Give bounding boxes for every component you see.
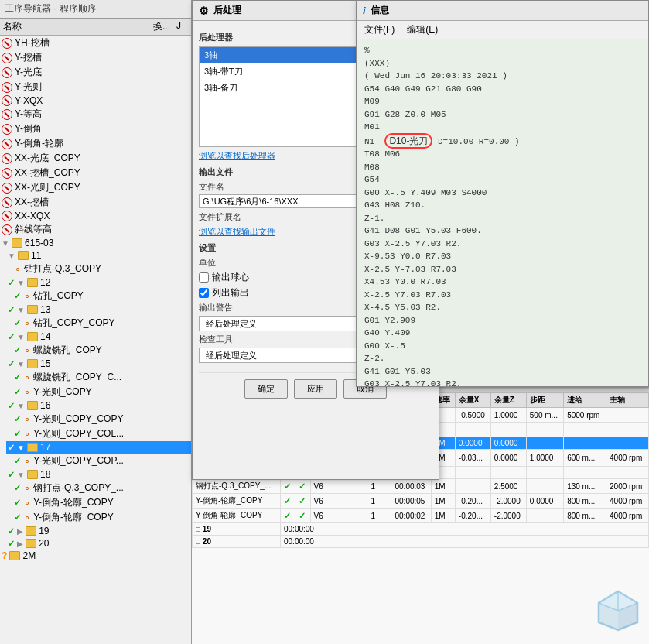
tree-item-zuankong-copy2[interactable]: ✓ ⚬ 钻孔_COPY_COPY [12,316,191,331]
tree-item-13[interactable]: ✓ ▼ 13 [6,303,191,316]
checkbox-list[interactable] [199,288,209,298]
col-name-header: 名称 [3,20,153,33]
tree-item-y-daojiao-lun-copy[interactable]: ✓ ⚬ Y-倒角-轮廓_COPY_ [12,510,191,525]
table-row-19[interactable]: □ 19 00:00:00 [193,523,649,536]
cell-feed: 600 m... [564,450,606,467]
tree-item-17[interactable]: ✓ ▼ 17 [6,441,191,454]
tree-item-xiejie-dengao[interactable]: 斜线等高 [0,222,191,237]
table-row-20[interactable]: □ 20 00:00:00 [193,536,649,548]
tree-item-12[interactable]: ✓ ▼ 12 [6,276,191,289]
cell-remx [455,479,490,494]
cell-j: ✓ [295,479,310,494]
cell-remz: -2.0000 [490,494,526,509]
tree-item-18[interactable]: ✓ ▼ 18 [6,468,191,481]
tree-item-19[interactable]: ✓ ▶ 19 [6,525,191,537]
tree-item-y-daojiao[interactable]: Y-倒角 [0,122,191,136]
slash-icon [2,168,12,179]
expand-icon: ▶ [17,527,23,536]
drill-icon: ⚬ [23,318,31,329]
cell-remz: 1.0000 [490,408,526,423]
tree-item-y-dengao[interactable]: Y-等高 [0,107,191,122]
slash-icon [2,38,12,49]
ok-button[interactable]: 确定 [244,379,288,399]
check-icon: ✓ [8,470,15,480]
check-icon: ✓ [299,511,306,520]
cell-time-19: 00:00:00 [281,523,649,536]
tree-item-zuandian-copy[interactable]: ⚬ 钻打点-Q.3_COPY [12,262,191,276]
menu-edit[interactable]: 编辑(E) [405,22,439,37]
tree-item-xx-xqx[interactable]: XX-XQX [0,210,191,222]
tree-item-y-guangce[interactable]: Y-光则 [0,80,191,94]
check-icon: ✓ [14,483,21,493]
cell-j: ✓ [295,509,310,523]
check-icon: ✓ [14,498,21,508]
tree-item-16[interactable]: ✓ ▼ 16 [6,399,191,412]
drill-icon: ⚬ [23,498,31,509]
cell-feed [564,437,606,450]
cell-step [526,437,563,450]
tree-item-y-daojiao-copy[interactable]: ✓ ⚬ Y-倒角-轮廓_COPY [12,495,191,510]
tree-item-y-guangdi[interactable]: Y-光底 [0,65,191,80]
check-icon: ✓ [284,511,291,520]
tree-item-yh-jucao[interactable]: YH-挖槽 [0,36,191,50]
cell-remx: -0.20... [455,509,490,523]
menu-file[interactable]: 文件(F) [363,22,396,37]
cell-time: 00:00:05 [391,494,431,509]
3d-icon [595,587,641,634]
tree-item-15[interactable]: ✓ ▼ 15 [6,358,191,370]
check-icon: ✓ [14,318,21,328]
tree-item-xx-jucao-copy[interactable]: XX-挖槽_COPY [0,166,191,180]
tree-item-11[interactable]: ▼ 11 [6,249,191,262]
tree-item-14[interactable]: ✓ ▼ 14 [6,331,191,343]
cell-track: 1 [367,494,391,509]
slash-icon [2,67,12,78]
folder-icon [12,238,22,248]
code-area[interactable]: % (XXX) ( Wed Jun 16 20:03:33 2021 ) G54… [357,39,648,386]
checkbox-sphere[interactable] [199,272,209,283]
check-icon: ✓ [8,359,15,369]
tree-item-y-guangce-copy3[interactable]: ✓ ⚬ Y-光则_COPY_COL... [12,426,191,441]
check-icon: ✓ [8,539,15,549]
tree-item-xx-guangdi-copy[interactable]: XX-光底_COPY [0,151,191,166]
expand-icon: ▼ [17,333,25,341]
cell-tool: V6 [310,494,367,509]
post-dialog-title-text: 后处理 [213,4,241,17]
tree-item-20[interactable]: ✓ ▶ 20 [6,537,191,550]
tree-item-xx-jucao[interactable]: XX-挖槽 [0,195,191,210]
tree-item-y-jucao[interactable]: Y-挖槽 [0,50,191,65]
tree-item-y-daojiao-lun[interactable]: Y-倒角-轮廓 [0,136,191,151]
cell-tool: V6 [310,479,367,494]
cell-time-20: 00:00:00 [281,536,649,548]
cell-blank: ✓ [281,479,295,494]
table-row[interactable]: 钢打点-Q.3_COPY_... ✓ ✓ V6 1 00:00:03 1M 2.… [193,479,649,494]
apply-button[interactable]: 应用 [294,379,337,399]
expand-icon: ▼ [17,306,25,314]
tree-area[interactable]: YH-挖槽 Y-挖槽 Y-光底 Y-光则 Y-XQX Y-等高 Y-倒角 Y-倒… [0,36,191,637]
drill-icon: ⚬ [23,483,31,494]
tree-item-xx-guangce-copy[interactable]: XX-光则_COPY [0,180,191,195]
folder-icon [18,251,29,260]
tree-item-y-guangce-copy2[interactable]: ✓ ⚬ Y-光则_COPY_COPY [12,412,191,426]
tree-item-y-guangce-copy[interactable]: ✓ ⚬ Y-光则_COPY [12,385,191,399]
tree-item-615-03[interactable]: ▼ 615-03 [0,237,191,249]
tree-item-y-xqx[interactable]: Y-XQX [0,94,191,107]
table-row[interactable]: Y-倒角-轮廓_COPY ✓ ✓ V6 1 00:00:05 1M -0.20.… [193,494,649,509]
cell-time: 00:00:02 [391,509,431,523]
slash-icon [2,139,12,149]
cell-remx: -0.5000 [455,408,490,423]
table-row[interactable]: Y-倒角-轮廓_COPY_ ✓ ✓ V6 1 00:00:02 1M -0.20… [193,509,649,523]
slash-icon [2,153,12,164]
cell-spindle [606,423,649,437]
cell-step [526,423,563,437]
tree-item-zuankong-copy[interactable]: ✓ ⚬ 钻孔_COPY [12,289,191,303]
tree-item-luoxuan-copy[interactable]: ✓ ⚬ 螺旋铣孔_COPY [12,343,191,358]
tree-item-zuandian-copy2[interactable]: ✓ ⚬ 钢打点-Q.3_COPY_... [12,481,191,495]
tree-item-luoxuan-copy-c[interactable]: ✓ ⚬ 螺旋铣孔_COPY_C... [12,370,191,385]
info-panel: i 信息 文件(F) 编辑(E) % (XXX) ( Wed Jun 16 20… [356,0,649,387]
tree-item-2m[interactable]: ? 2M [0,550,191,562]
th-feed: 进给 [564,393,606,408]
tree-item-y-guangce-copy4[interactable]: ✓ ⚬ Y-光则_COPY_COP... [12,454,191,468]
expand-icon: ▼ [17,279,25,287]
info-title-text: 信息 [371,4,389,17]
slash-icon [2,82,12,93]
